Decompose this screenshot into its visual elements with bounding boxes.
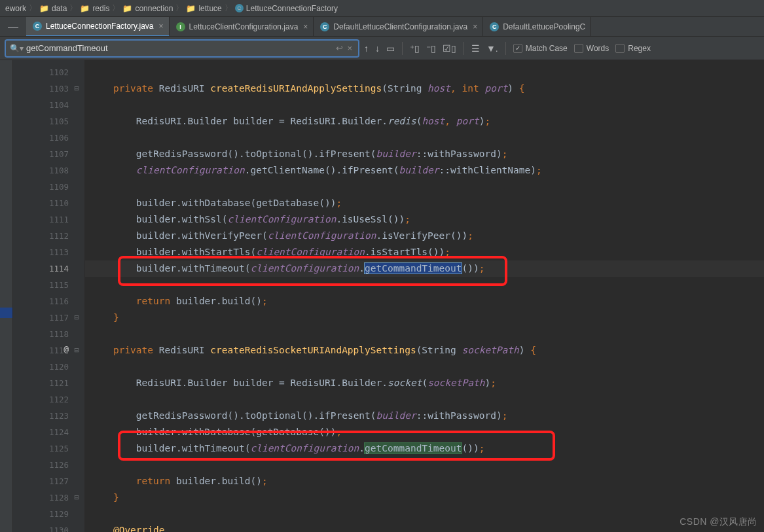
code-line[interactable]: RedisURI.Builder builder = RedisURI.Buil… (85, 375, 764, 391)
code-line[interactable]: builder.withDatabase(getDatabase()); (85, 424, 764, 440)
code-line[interactable]: builder.withTimeout(clientConfiguration.… (85, 440, 764, 457)
code-line[interactable] (85, 391, 764, 408)
code-line[interactable]: } (85, 489, 764, 506)
line-number: 1105 (13, 113, 69, 130)
tab-lettuceconnectionfactory[interactable]: C LettuceConnectionFactory.java × (26, 17, 170, 37)
code-line[interactable]: builder.withStartTls(clientConfiguration… (85, 244, 764, 260)
hide-tool-window-button[interactable]: — (0, 17, 26, 37)
breadcrumb-item[interactable]: data (52, 4, 67, 13)
code-editor[interactable]: CSDN @汉风唐尚 private RedisURI createRedisU… (85, 60, 764, 532)
history-icon[interactable]: ↩ (334, 43, 345, 53)
code-line[interactable]: builder.withTimeout(clientConfiguration.… (85, 260, 764, 277)
select-all-occurrences-button[interactable]: ☑▯ (443, 43, 456, 54)
close-icon[interactable]: × (159, 22, 164, 31)
breadcrumb-item[interactable]: redis (92, 4, 109, 13)
breadcrumb-item[interactable]: lettuce (198, 4, 221, 13)
code-line[interactable]: private RedisURI createRedisURIAndApplyS… (85, 80, 764, 97)
code-line[interactable] (85, 277, 764, 293)
code-line[interactable]: builder.withDatabase(getDatabase()); (85, 195, 764, 211)
search-field[interactable]: 🔍▾ ↩ × (5, 40, 359, 57)
code-line[interactable] (85, 457, 764, 473)
folder-icon: 📁 (122, 4, 132, 13)
line-number: 1117 (13, 310, 69, 326)
line-number: 1115 (13, 277, 69, 293)
select-all-button[interactable]: ▭ (386, 43, 395, 54)
code-line[interactable] (85, 506, 764, 522)
code-line[interactable]: builder.withSsl(clientConfiguration.isUs… (85, 211, 764, 228)
code-line[interactable] (85, 359, 764, 375)
fold-handle[interactable]: ⊟ (73, 313, 81, 321)
line-number: 1124 (13, 424, 69, 440)
chevron-right-icon: 〉 (175, 3, 183, 14)
match-case-label: Match Case (526, 44, 568, 53)
line-number: 1106 (13, 130, 69, 146)
tab-lettuceclientconfiguration[interactable]: I LettuceClientConfiguration.java × (170, 17, 314, 37)
separator (402, 42, 403, 55)
gutter: 1102110311041105110611071108110911101111… (13, 60, 85, 532)
remove-selection-button[interactable]: ⁻▯ (426, 43, 436, 54)
interface-icon: I (176, 22, 185, 31)
fold-handle[interactable]: ⊟ (73, 84, 81, 92)
line-number: 1109 (13, 179, 69, 195)
regex-checkbox[interactable]: Regex (615, 44, 651, 53)
line-number: 1119 (13, 342, 69, 359)
line-number: 1128 (13, 489, 69, 506)
code-line[interactable]: private RedisURI createRedisSocketURIAnd… (85, 342, 764, 359)
clear-icon[interactable]: × (345, 43, 354, 53)
override-gutter-icon[interactable]: @ (64, 344, 69, 354)
match-case-checkbox[interactable]: Match Case (513, 44, 568, 53)
close-icon[interactable]: × (303, 22, 308, 31)
line-number: 1126 (13, 457, 69, 473)
line-number: 1108 (13, 162, 69, 179)
breadcrumb-bar: ework 〉 📁 data 〉 📁 redis 〉 📁 connection … (0, 0, 764, 17)
code-line[interactable] (85, 130, 764, 146)
selection-marker (0, 308, 12, 318)
code-line[interactable]: RedisURI.Builder builder = RedisURI.Buil… (85, 113, 764, 130)
line-number: 1116 (13, 293, 69, 310)
code-line[interactable] (85, 326, 764, 342)
tab-defaultlettucepooling[interactable]: C DefaultLettucePoolingC (483, 17, 591, 37)
checkbox-icon (513, 44, 522, 53)
code-line[interactable] (85, 179, 764, 195)
breadcrumb-item[interactable]: ework (5, 4, 26, 13)
line-number: 1104 (13, 97, 69, 113)
line-number: 1118 (13, 326, 69, 342)
words-checkbox[interactable]: Words (574, 44, 609, 53)
add-selection-button[interactable]: ⁺▯ (410, 43, 420, 54)
search-icon: 🔍▾ (10, 44, 24, 53)
line-number: 1110 (13, 195, 69, 211)
class-icon: C (235, 4, 244, 12)
filter-icon[interactable]: ▼. (486, 43, 498, 54)
code-line[interactable] (85, 64, 764, 80)
next-occurrence-button[interactable]: ↓ (375, 43, 380, 54)
separator (464, 42, 464, 55)
code-line[interactable]: getRedisPassword().toOptional().ifPresen… (85, 146, 764, 162)
fold-handle[interactable]: ⊟ (73, 346, 81, 354)
settings-icon[interactable]: ☰ (471, 43, 480, 54)
breadcrumb-item[interactable]: connection (135, 4, 173, 13)
code-line[interactable] (85, 97, 764, 113)
fold-handle[interactable]: ⊟ (73, 493, 81, 501)
code-line[interactable]: return builder.build(); (85, 293, 764, 310)
find-toolbar: 🔍▾ ↩ × ↑ ↓ ▭ ⁺▯ ⁻▯ ☑▯ ☰ ▼. Match Case Wo… (0, 37, 764, 60)
class-icon: C (320, 22, 329, 31)
checkbox-icon (615, 44, 625, 53)
code-line[interactable]: clientConfiguration.getClientName().ifPr… (85, 162, 764, 179)
words-label: Words (587, 44, 609, 53)
line-number: 1125 (13, 440, 69, 457)
checkbox-icon (574, 44, 583, 53)
code-line[interactable]: getRedisPassword().toOptional().ifPresen… (85, 408, 764, 424)
close-icon[interactable]: × (473, 22, 477, 31)
chevron-right-icon: 〉 (29, 3, 37, 14)
code-line[interactable]: @Override (85, 522, 764, 532)
tab-label: DefaultLettuceClientConfiguration.java (333, 22, 467, 31)
line-number: 1122 (13, 391, 69, 408)
breadcrumb-item[interactable]: LettuceConnectionFactory (246, 4, 338, 13)
code-line[interactable]: return builder.build(); (85, 473, 764, 489)
line-number: 1103 (13, 80, 69, 97)
code-line[interactable]: builder.withVerifyPeer(clientConfigurati… (85, 228, 764, 244)
search-input[interactable] (24, 43, 334, 53)
tab-defaultlettuceclientconfiguration[interactable]: C DefaultLettuceClientConfiguration.java… (314, 17, 483, 37)
code-line[interactable]: } (85, 310, 764, 326)
prev-occurrence-button[interactable]: ↑ (364, 43, 369, 54)
